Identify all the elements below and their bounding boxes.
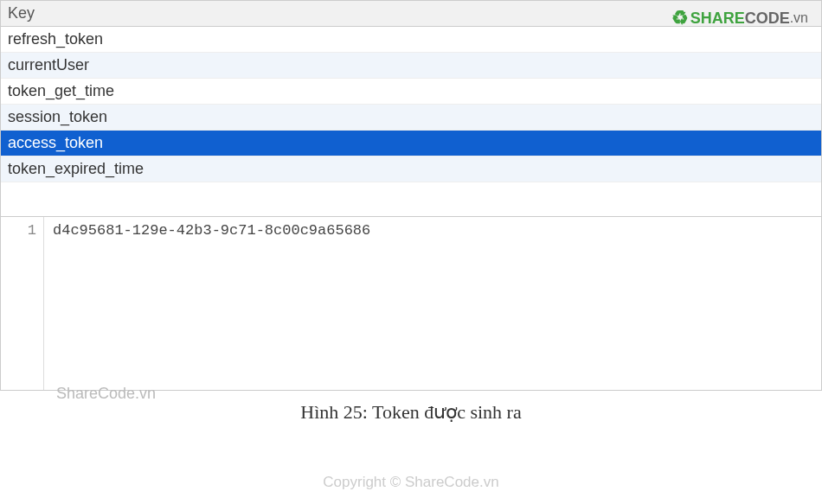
value-panel: 1 d4c95681-129e-42b3-9c71-8c00c9a65686 <box>1 217 821 390</box>
table-row[interactable]: session_token <box>1 105 821 131</box>
value-content[interactable]: d4c95681-129e-42b3-9c71-8c00c9a65686 <box>44 217 821 390</box>
table-row[interactable]: currentUser <box>1 53 821 79</box>
line-gutter: 1 <box>1 217 44 390</box>
table-row[interactable]: token_get_time <box>1 79 821 105</box>
storage-panel: Key refresh_token currentUser token_get_… <box>0 0 822 391</box>
watermark-bottom: Copyright © ShareCode.vn <box>0 474 822 491</box>
table-row-selected[interactable]: access_token <box>1 131 821 156</box>
table-row[interactable]: refresh_token <box>1 27 821 53</box>
table-empty-space <box>1 182 821 217</box>
line-number: 1 <box>28 222 36 239</box>
table-header-key[interactable]: Key <box>1 1 821 27</box>
figure-caption: Hình 25: Token được sinh ra <box>0 391 822 427</box>
table-row[interactable]: token_expired_time <box>1 156 821 182</box>
table-body: refresh_token currentUser token_get_time… <box>1 27 821 182</box>
